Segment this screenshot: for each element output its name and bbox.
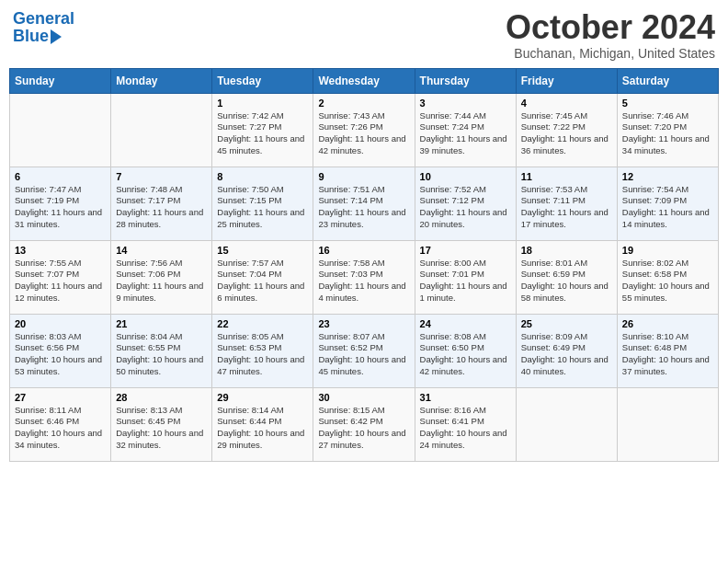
logo-text: General	[13, 9, 74, 29]
day-number: 21	[116, 318, 207, 329]
calendar-cell: 11Sunrise: 7:53 AM Sunset: 7:11 PM Dayli…	[516, 167, 617, 240]
day-number: 24	[420, 318, 511, 329]
calendar-cell: 8Sunrise: 7:50 AM Sunset: 7:15 PM Daylig…	[212, 167, 313, 240]
calendar-cell: 2Sunrise: 7:43 AM Sunset: 7:26 PM Daylig…	[313, 93, 415, 167]
calendar-cell: 5Sunrise: 7:46 AM Sunset: 7:20 PM Daylig…	[617, 93, 718, 167]
col-friday: Friday	[516, 68, 617, 93]
calendar-cell: 3Sunrise: 7:44 AM Sunset: 7:24 PM Daylig…	[415, 93, 516, 167]
day-number: 8	[217, 171, 308, 182]
title-section: October 2024 Buchanan, Michigan, United …	[506, 9, 715, 61]
calendar-cell: 22Sunrise: 8:05 AM Sunset: 6:53 PM Dayli…	[212, 314, 313, 387]
calendar-body: 1Sunrise: 7:42 AM Sunset: 7:27 PM Daylig…	[10, 93, 719, 461]
calendar-cell: 12Sunrise: 7:54 AM Sunset: 7:09 PM Dayli…	[617, 167, 718, 240]
calendar-cell: 10Sunrise: 7:52 AM Sunset: 7:12 PM Dayli…	[415, 167, 516, 240]
day-number: 9	[318, 171, 409, 182]
day-info: Sunrise: 7:51 AM Sunset: 7:14 PM Dayligh…	[318, 184, 409, 231]
day-info: Sunrise: 7:57 AM Sunset: 7:04 PM Dayligh…	[217, 258, 308, 304]
day-info: Sunrise: 8:11 AM Sunset: 6:46 PM Dayligh…	[15, 405, 106, 452]
day-number: 20	[15, 318, 106, 329]
day-info: Sunrise: 7:47 AM Sunset: 7:19 PM Dayligh…	[15, 184, 106, 231]
day-info: Sunrise: 8:15 AM Sunset: 6:42 PM Dayligh…	[318, 405, 409, 452]
day-number: 3	[420, 98, 511, 109]
day-info: Sunrise: 8:13 AM Sunset: 6:45 PM Dayligh…	[116, 405, 207, 452]
day-info: Sunrise: 7:52 AM Sunset: 7:12 PM Dayligh…	[420, 184, 511, 231]
calendar-cell: 4Sunrise: 7:45 AM Sunset: 7:22 PM Daylig…	[516, 93, 617, 167]
day-info: Sunrise: 7:46 AM Sunset: 7:20 PM Dayligh…	[622, 110, 713, 157]
col-wednesday: Wednesday	[313, 68, 415, 93]
day-number: 26	[622, 318, 713, 329]
day-info: Sunrise: 8:05 AM Sunset: 6:53 PM Dayligh…	[217, 331, 308, 378]
day-info: Sunrise: 8:09 AM Sunset: 6:49 PM Dayligh…	[521, 331, 612, 378]
day-number: 31	[420, 392, 511, 403]
calendar-cell: 17Sunrise: 8:00 AM Sunset: 7:01 PM Dayli…	[415, 240, 516, 314]
day-info: Sunrise: 7:50 AM Sunset: 7:15 PM Dayligh…	[217, 184, 308, 231]
calendar-cell: 13Sunrise: 7:55 AM Sunset: 7:07 PM Dayli…	[10, 240, 111, 314]
day-info: Sunrise: 7:45 AM Sunset: 7:22 PM Dayligh…	[521, 110, 612, 157]
calendar-cell	[617, 387, 718, 461]
location: Buchanan, Michigan, United States	[506, 46, 715, 61]
calendar-cell: 25Sunrise: 8:09 AM Sunset: 6:49 PM Dayli…	[516, 314, 617, 387]
day-number: 13	[15, 245, 106, 256]
page-header: General Blue October 2024 Buchanan, Mich…	[9, 9, 719, 61]
calendar-cell: 19Sunrise: 8:02 AM Sunset: 6:58 PM Dayli…	[617, 240, 718, 314]
calendar-cell: 21Sunrise: 8:04 AM Sunset: 6:55 PM Dayli…	[111, 314, 212, 387]
calendar-cell	[111, 93, 212, 167]
month-title: October 2024	[506, 9, 715, 46]
calendar-cell: 16Sunrise: 7:58 AM Sunset: 7:03 PM Dayli…	[313, 240, 415, 314]
day-number: 16	[318, 245, 409, 256]
day-number: 12	[622, 171, 713, 182]
day-info: Sunrise: 7:42 AM Sunset: 7:27 PM Dayligh…	[217, 110, 308, 157]
calendar-cell: 15Sunrise: 7:57 AM Sunset: 7:04 PM Dayli…	[212, 240, 313, 314]
calendar-cell: 27Sunrise: 8:11 AM Sunset: 6:46 PM Dayli…	[10, 387, 111, 461]
week-row-4: 20Sunrise: 8:03 AM Sunset: 6:56 PM Dayli…	[10, 314, 719, 387]
day-number: 29	[217, 392, 308, 403]
day-info: Sunrise: 8:07 AM Sunset: 6:52 PM Dayligh…	[318, 331, 409, 378]
day-info: Sunrise: 8:03 AM Sunset: 6:56 PM Dayligh…	[15, 331, 106, 378]
col-sunday: Sunday	[10, 68, 111, 93]
col-saturday: Saturday	[617, 68, 718, 93]
day-number: 15	[217, 245, 308, 256]
day-info: Sunrise: 7:44 AM Sunset: 7:24 PM Dayligh…	[420, 110, 511, 157]
day-number: 4	[521, 98, 612, 109]
day-number: 18	[521, 245, 612, 256]
day-number: 7	[116, 171, 207, 182]
day-number: 6	[15, 171, 106, 182]
header-row: Sunday Monday Tuesday Wednesday Thursday…	[10, 68, 719, 93]
calendar-cell: 26Sunrise: 8:10 AM Sunset: 6:48 PM Dayli…	[617, 314, 718, 387]
calendar-table: Sunday Monday Tuesday Wednesday Thursday…	[9, 68, 719, 462]
col-thursday: Thursday	[415, 68, 516, 93]
calendar-cell: 31Sunrise: 8:16 AM Sunset: 6:41 PM Dayli…	[415, 387, 516, 461]
calendar-cell: 24Sunrise: 8:08 AM Sunset: 6:50 PM Dayli…	[415, 314, 516, 387]
day-number: 28	[116, 392, 207, 403]
logo-arrow-icon	[51, 29, 62, 44]
day-number: 27	[15, 392, 106, 403]
day-number: 5	[622, 98, 713, 109]
day-number: 19	[622, 245, 713, 256]
calendar-cell: 7Sunrise: 7:48 AM Sunset: 7:17 PM Daylig…	[111, 167, 212, 240]
day-info: Sunrise: 8:08 AM Sunset: 6:50 PM Dayligh…	[420, 331, 511, 378]
week-row-5: 27Sunrise: 8:11 AM Sunset: 6:46 PM Dayli…	[10, 387, 719, 461]
day-number: 22	[217, 318, 308, 329]
day-info: Sunrise: 7:58 AM Sunset: 7:03 PM Dayligh…	[318, 258, 409, 304]
week-row-3: 13Sunrise: 7:55 AM Sunset: 7:07 PM Dayli…	[10, 240, 719, 314]
calendar-cell: 23Sunrise: 8:07 AM Sunset: 6:52 PM Dayli…	[313, 314, 415, 387]
calendar-cell: 9Sunrise: 7:51 AM Sunset: 7:14 PM Daylig…	[313, 167, 415, 240]
week-row-1: 1Sunrise: 7:42 AM Sunset: 7:27 PM Daylig…	[10, 93, 719, 167]
day-info: Sunrise: 7:48 AM Sunset: 7:17 PM Dayligh…	[116, 184, 207, 231]
calendar-cell: 1Sunrise: 7:42 AM Sunset: 7:27 PM Daylig…	[212, 93, 313, 167]
day-info: Sunrise: 7:43 AM Sunset: 7:26 PM Dayligh…	[318, 110, 409, 157]
col-monday: Monday	[111, 68, 212, 93]
calendar-header: Sunday Monday Tuesday Wednesday Thursday…	[10, 68, 719, 93]
day-info: Sunrise: 8:10 AM Sunset: 6:48 PM Dayligh…	[622, 331, 713, 378]
logo-text2: Blue	[13, 27, 49, 46]
day-number: 30	[318, 392, 409, 403]
day-number: 25	[521, 318, 612, 329]
calendar-cell: 18Sunrise: 8:01 AM Sunset: 6:59 PM Dayli…	[516, 240, 617, 314]
logo: General Blue	[13, 9, 74, 46]
calendar-cell	[516, 387, 617, 461]
day-number: 1	[217, 98, 308, 109]
day-number: 17	[420, 245, 511, 256]
day-info: Sunrise: 7:53 AM Sunset: 7:11 PM Dayligh…	[521, 184, 612, 231]
calendar-cell: 30Sunrise: 8:15 AM Sunset: 6:42 PM Dayli…	[313, 387, 415, 461]
day-number: 14	[116, 245, 207, 256]
